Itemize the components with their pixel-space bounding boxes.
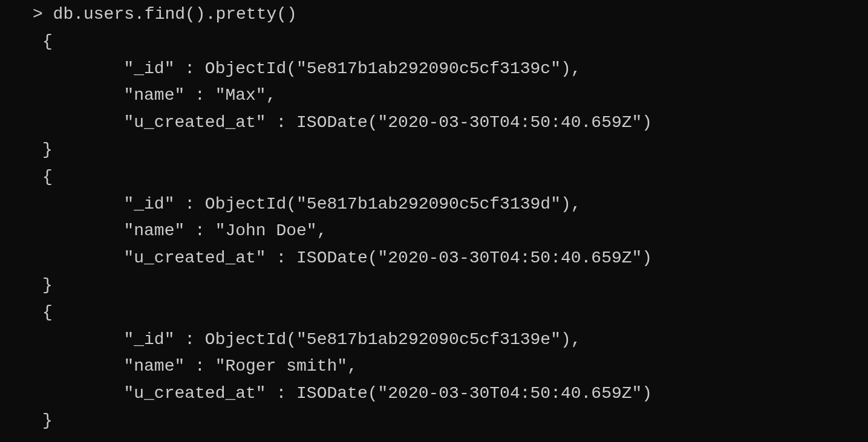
name-line: "name" : "John Doe", (42, 221, 327, 240)
terminal-output: > db.users.find().pretty() { "_id" : Obj… (0, 0, 868, 435)
name-line: "name" : "Max", (42, 86, 276, 105)
id-line: "_id" : ObjectId("5e817b1ab292090c5cf313… (42, 195, 581, 213)
brace-open: { (42, 303, 53, 322)
brace-open: { (42, 167, 53, 186)
brace-close: } (42, 276, 53, 294)
brace-close: } (42, 140, 53, 159)
brace-open: { (42, 32, 53, 51)
prompt-symbol: > (33, 5, 53, 24)
id-line: "_id" : ObjectId("5e817b1ab292090c5cf313… (42, 330, 581, 349)
brace-close: } (42, 411, 53, 430)
created-line: "u_created_at" : ISODate("2020-03-30T04:… (42, 384, 652, 403)
id-line: "_id" : ObjectId("5e817b1ab292090c5cf313… (42, 59, 581, 78)
command-text: db.users.find().pretty() (53, 5, 297, 24)
created-line: "u_created_at" : ISODate("2020-03-30T04:… (42, 113, 652, 132)
created-line: "u_created_at" : ISODate("2020-03-30T04:… (42, 249, 652, 267)
name-line: "name" : "Roger smith", (42, 357, 357, 375)
